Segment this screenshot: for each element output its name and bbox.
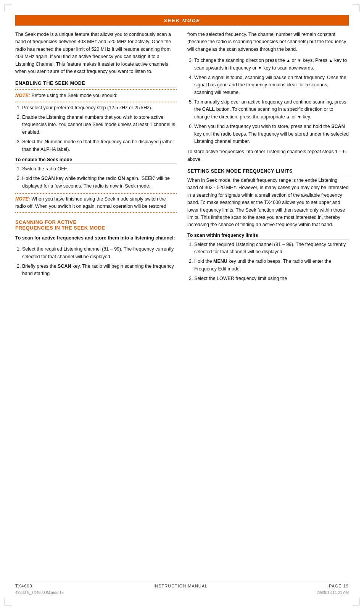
to-enable-subheading: To enable the Seek mode bbox=[15, 157, 177, 164]
intro-paragraph: The Seek mode is a unique feature that a… bbox=[15, 31, 177, 75]
dotted-rule-3 bbox=[15, 193, 177, 194]
enabling-heading: ENABLING THE SEEK MODE bbox=[15, 81, 177, 87]
tri-up-3 bbox=[286, 114, 290, 120]
enabling-step-3: Select the Numeric mode so that the freq… bbox=[22, 138, 177, 153]
scan-steps-list: Select the required Listening channel (8… bbox=[15, 246, 177, 278]
page-footer: TX4600 INSTRUCTION MANUAL PAGE 19 bbox=[15, 581, 349, 588]
tri-down-2 bbox=[258, 65, 262, 71]
scan-within-step-3: Select the LOWER frequency limit using t… bbox=[194, 275, 349, 282]
note-block-2: NOTE: When you have finished using the S… bbox=[15, 196, 177, 210]
corner-mark-bl bbox=[5, 599, 11, 605]
menu-key-bold: MENU bbox=[213, 259, 227, 264]
enabling-step-2: Enable the Listening channel numbers tha… bbox=[22, 114, 177, 136]
page-content: SEEK MODE The Seek mode is a unique feat… bbox=[15, 15, 349, 595]
note2-label: NOTE: bbox=[15, 196, 30, 202]
on-bold: ON bbox=[118, 176, 125, 181]
step-continued-6: When you find a frequency you wish to st… bbox=[194, 123, 349, 145]
scanning-heading-line2: FREQUENCIES IN THE SEEK MODE bbox=[15, 225, 105, 231]
scan-key-bold: SCAN bbox=[41, 176, 55, 181]
tri-down-3 bbox=[297, 114, 301, 120]
scan-step-1: Select the required Listening channel (8… bbox=[22, 246, 177, 261]
seek-mode-title: SEEK MODE bbox=[164, 18, 200, 23]
scan-key-bold-2: SCAN bbox=[58, 264, 71, 269]
page: SEEK MODE The Seek mode is a unique feat… bbox=[0, 0, 364, 610]
dotted-rule-1 bbox=[15, 89, 177, 90]
footer-page-num: PAGE 19 bbox=[329, 584, 349, 588]
corner-mark-tr bbox=[353, 5, 359, 11]
dotted-rule-2 bbox=[15, 102, 177, 102]
scanning-heading-line1: SCANNING FOR ACTIVE bbox=[15, 219, 77, 225]
scan-within-heading: To scan within frequency limits bbox=[187, 233, 349, 239]
scanning-heading: SCANNING FOR ACTIVE FREQUENCIES IN THE S… bbox=[15, 219, 177, 232]
note1-text: Before using the Seek mode you should: bbox=[32, 93, 118, 98]
file-info: 42333-8_TX4600 IM.indd 19 28/08/13 11:21… bbox=[15, 591, 349, 595]
scan-step-2: Briefly press the SCAN key. The radio wi… bbox=[22, 263, 177, 278]
left-column: The Seek mode is a unique feature that a… bbox=[15, 31, 177, 577]
scan-within-step-1: Select the required Listening channel (8… bbox=[194, 241, 349, 256]
file-ref: 42333-8_TX4600 IM.indd 19 bbox=[15, 591, 64, 595]
tri-up-2 bbox=[329, 58, 333, 63]
to-scan-sub: To scan for active frequencies and store… bbox=[15, 235, 177, 242]
tri-up-1 bbox=[286, 58, 290, 63]
store-note: To store active frequencies into other L… bbox=[187, 148, 349, 163]
note2-text: When you have finished using the Seek mo… bbox=[15, 196, 168, 209]
note-block-1: NOTE: Before using the Seek mode you sho… bbox=[15, 92, 177, 99]
seek-mode-header: SEEK MODE bbox=[15, 15, 349, 26]
corner-mark-br bbox=[353, 599, 359, 605]
to-enable-steps-list: Switch the radio OFF. Hold the SCAN key … bbox=[15, 165, 177, 190]
enabling-steps-list: Preselect your preferred frequency step … bbox=[15, 104, 177, 153]
setting-body: When in Seek mode, the default frequency… bbox=[187, 177, 349, 229]
step-continued-5: To manually skip over an active frequenc… bbox=[194, 99, 349, 121]
enabling-step-1: Preselect your preferred frequency step … bbox=[22, 104, 177, 112]
scan-within-steps-list: Select the required Listening channel (8… bbox=[187, 241, 349, 283]
note1-label: NOTE: bbox=[15, 93, 30, 98]
to-enable-step-2: Hold the SCAN key while switching the ra… bbox=[22, 175, 177, 190]
step-continued-4: When a signal is found, scanning will pa… bbox=[194, 74, 349, 96]
scan-key-bold-3: SCAN bbox=[331, 124, 345, 129]
right-column: from the selected frequency. The channel… bbox=[187, 31, 349, 577]
scan-within-step-2: Hold the MENU key until the radio beeps.… bbox=[194, 258, 349, 273]
dotted-rule-4 bbox=[15, 212, 177, 213]
corner-mark-tl bbox=[5, 5, 11, 11]
footer-doc-type: INSTRUCTION MANUAL bbox=[153, 584, 208, 588]
date-ref: 28/08/13 11:21 AM bbox=[317, 591, 349, 595]
steps-continued-list: To change the scanning direction press t… bbox=[187, 57, 349, 145]
main-columns: The Seek mode is a unique feature that a… bbox=[15, 31, 349, 577]
continued-text: from the selected frequency. The channel… bbox=[187, 31, 349, 53]
tri-down-1 bbox=[297, 58, 301, 63]
call-key-bold: CALL bbox=[202, 107, 215, 112]
setting-heading: SETTING SEEK MODE FREQUENCY LIMITS bbox=[187, 168, 349, 175]
to-enable-step-1: Switch the radio OFF. bbox=[22, 165, 177, 173]
step-continued-3: To change the scanning direction press t… bbox=[194, 57, 349, 72]
footer-product: TX4600 bbox=[15, 584, 32, 588]
